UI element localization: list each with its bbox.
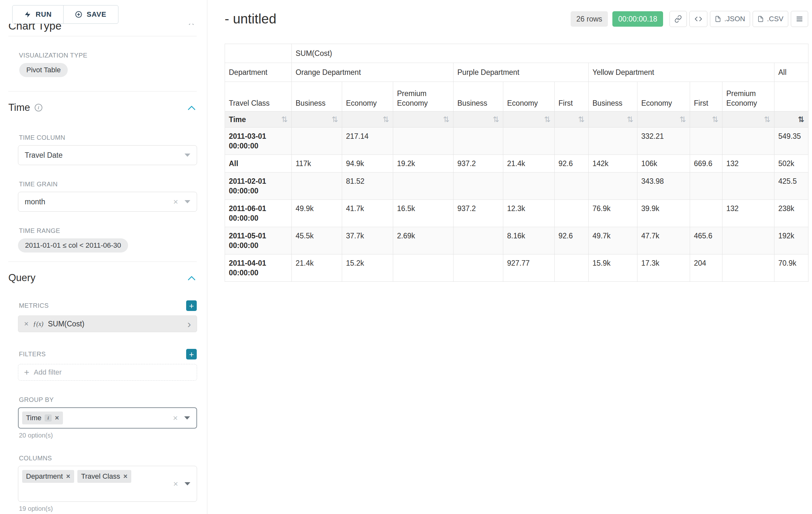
chip-label: Department [26, 472, 63, 481]
sort-icon[interactable]: ⇅ [627, 115, 633, 124]
pivot-cell: 92.6 [555, 227, 589, 254]
csv-export-label: .CSV [767, 15, 783, 23]
pivot-cell: 12.3k [503, 200, 555, 227]
pivot-sort-col[interactable]: ⇅ [690, 111, 722, 128]
pivot-sort-col[interactable]: ⇅ [637, 111, 690, 128]
clear-icon[interactable]: × [173, 480, 178, 488]
columns-select[interactable]: Department×Travel Class× × [18, 466, 197, 502]
pivot-cell: 132 [722, 200, 775, 227]
remove-metric-icon[interactable]: × [24, 320, 29, 328]
pivot-cell: 117k [292, 155, 342, 172]
clear-icon[interactable]: × [173, 414, 178, 422]
sort-icon[interactable]: ⇅ [281, 115, 288, 124]
pivot-cell: 15.9k [589, 254, 637, 282]
chip-label: Time [26, 414, 41, 422]
sort-icon[interactable]: ⇅ [764, 115, 770, 124]
run-button[interactable]: RUN [12, 5, 63, 24]
chart-panel: - untitled 26 rows 00:00:00.18 [207, 0, 812, 514]
filters-label-row: FILTERS + [0, 349, 197, 359]
sort-icon[interactable]: ⇅ [679, 115, 686, 124]
sort-desc-icon[interactable]: ⇅ [798, 115, 804, 124]
export-button-group: .JSON .CSV [669, 11, 808, 27]
pivot-sort-all[interactable]: ⇅ [775, 111, 809, 128]
pivot-sort-col[interactable]: ⇅ [393, 111, 454, 128]
pivot-cell [454, 254, 503, 282]
chevron-down-icon [184, 200, 190, 204]
query-duration-badge: 00:00:00.18 [612, 11, 663, 27]
add-filter-plus-button[interactable]: + [186, 349, 197, 359]
clear-icon[interactable]: × [173, 197, 178, 206]
columns-chip[interactable]: Travel Class× [77, 470, 131, 483]
share-link-button[interactable] [669, 11, 687, 27]
view-query-button[interactable] [689, 11, 707, 27]
code-icon [694, 15, 702, 23]
visualization-type-label: VISUALIZATION TYPE [19, 52, 207, 59]
pivot-cell [589, 128, 637, 155]
pivot-sort-col[interactable]: ⇅ [292, 111, 342, 128]
pivot-sort-time[interactable]: Time⇅ [225, 111, 292, 128]
chevron-up-icon[interactable] [188, 105, 196, 110]
remove-chip-icon[interactable]: × [55, 414, 59, 422]
chart-type-heading: Chart Type [8, 24, 62, 32]
chevron-down-icon [184, 154, 190, 157]
sort-icon[interactable]: ⇅ [331, 115, 338, 124]
sort-icon[interactable]: ⇅ [443, 115, 449, 124]
pivot-cell: 343.98 [637, 172, 690, 200]
pivot-sort-col[interactable]: ⇅ [454, 111, 503, 128]
group-by-chip[interactable]: Timei× [22, 411, 63, 424]
json-export-label: .JSON [724, 15, 745, 23]
pivot-col-header: Premium Economy [722, 82, 775, 111]
chevron-right-icon[interactable]: › [187, 318, 191, 329]
chevron-down-icon [184, 482, 190, 485]
pivot-sort-col[interactable]: ⇅ [555, 111, 589, 128]
pivot-cell [454, 128, 503, 155]
chart-header: - untitled 26 rows 00:00:00.18 [225, 11, 808, 27]
pivot-cell [454, 227, 503, 254]
sort-icon[interactable]: ⇅ [578, 115, 584, 124]
chevron-up-icon[interactable] [188, 276, 196, 280]
metrics-label-row: METRICS + [0, 300, 197, 311]
time-range-chip[interactable]: 2011-01-01 ≤ col < 2011-06-30 [18, 238, 128, 252]
pivot-sort-col[interactable]: ⇅ [342, 111, 393, 128]
pivot-cell: 217.14 [342, 128, 393, 155]
csv-export-button[interactable]: .CSV [753, 11, 788, 27]
time-grain-select[interactable]: month × [18, 192, 197, 212]
save-button[interactable]: SAVE [63, 5, 118, 24]
sort-icon[interactable]: ⇅ [383, 115, 389, 124]
columns-chip[interactable]: Department× [22, 470, 74, 483]
pivot-col-header: Business [589, 82, 637, 111]
pivot-row-header: 2011-05-01 00:00:00 [225, 227, 292, 254]
pivot-col-header: Business [292, 82, 342, 111]
pivot-col-header: Business [454, 82, 503, 111]
lightning-icon [24, 11, 31, 18]
pivot-cell: 192k [775, 227, 809, 254]
remove-chip-icon[interactable]: × [66, 473, 70, 480]
group-by-select[interactable]: Timei× × [18, 407, 197, 429]
visualization-type-chip[interactable]: Pivot Table [19, 63, 68, 77]
add-filter-box[interactable]: + Add filter [18, 364, 197, 381]
pivot-sort-col[interactable]: ⇅ [503, 111, 555, 128]
pivot-cell: 106k [637, 155, 690, 172]
json-export-button[interactable]: .JSON [710, 11, 750, 27]
time-column-select[interactable]: Travel Date [18, 145, 197, 165]
pivot-cell: 39.9k [637, 200, 690, 227]
sort-icon[interactable]: ⇅ [712, 115, 718, 124]
pivot-sort-col[interactable]: ⇅ [589, 111, 637, 128]
sort-icon[interactable]: ⇅ [544, 115, 550, 124]
pivot-cell [503, 172, 555, 200]
pivot-sort-col[interactable]: ⇅ [722, 111, 775, 128]
control-panel: RUN SAVE Chart Type VISUALIZATION TYPE P… [0, 0, 207, 514]
chart-menu-button[interactable] [791, 11, 808, 27]
group-by-label: GROUP BY [19, 396, 207, 404]
add-metric-button[interactable]: + [186, 300, 197, 311]
time-range-label: TIME RANGE [19, 227, 207, 235]
remove-chip-icon[interactable]: × [123, 473, 127, 480]
hamburger-icon [795, 15, 803, 23]
chevron-icon [188, 24, 194, 27]
query-section-header: Query [8, 272, 196, 284]
sort-icon[interactable]: ⇅ [493, 115, 499, 124]
metric-chip[interactable]: × ƒ(x) SUM(Cost) › [18, 316, 197, 332]
chip-label: Travel Class [81, 472, 120, 481]
pivot-col-header: Economy [342, 82, 393, 111]
fx-icon: ƒ(x) [33, 320, 43, 328]
